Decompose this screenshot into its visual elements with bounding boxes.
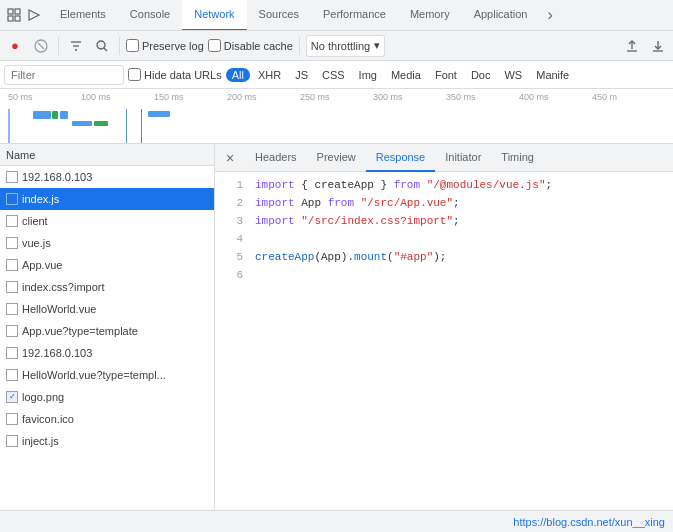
status-link[interactable]: https://blog.csdn.net/xun__xing	[513, 516, 665, 528]
file-item-1[interactable]: index.js	[0, 188, 214, 210]
marker-350: 350 ms	[446, 92, 519, 102]
file-item-10[interactable]: ✓ logo.png	[0, 386, 214, 408]
tab-application[interactable]: Application	[462, 0, 540, 31]
filter-tab-doc[interactable]: Doc	[465, 68, 497, 82]
file-checkbox-11	[6, 413, 18, 425]
svg-line-11	[104, 48, 107, 51]
tab-console[interactable]: Console	[118, 0, 182, 31]
tab-elements[interactable]: Elements	[48, 0, 118, 31]
file-checkbox-8	[6, 347, 18, 359]
file-item-5[interactable]: index.css?import	[0, 276, 214, 298]
file-checkbox-2	[6, 215, 18, 227]
timeline: 50 ms 100 ms 150 ms 200 ms 250 ms 300 ms…	[0, 89, 673, 144]
code-view: 1 import { createApp } from "/@modules/v…	[215, 172, 673, 510]
file-item-6[interactable]: HelloWorld.vue	[0, 298, 214, 320]
code-line-4: 4	[215, 230, 673, 248]
file-checkbox-12	[6, 435, 18, 447]
filter-tab-img[interactable]: Img	[353, 68, 383, 82]
filter-input[interactable]	[4, 65, 124, 85]
file-checkbox-6	[6, 303, 18, 315]
preserve-log-checkbox[interactable]: Preserve log	[126, 39, 204, 52]
disable-cache-checkbox[interactable]: Disable cache	[208, 39, 293, 52]
tab-sources[interactable]: Sources	[247, 0, 311, 31]
timeline-vline-red	[141, 109, 142, 144]
file-checkbox-9	[6, 369, 18, 381]
detail-tab-timing[interactable]: Timing	[491, 144, 544, 172]
file-checkbox-7	[6, 325, 18, 337]
code-line-3: 3 import "/src/index.css?import";	[215, 212, 673, 230]
record-button[interactable]: ●	[4, 35, 26, 57]
upload-button[interactable]	[621, 35, 643, 57]
hide-data-urls-checkbox[interactable]: Hide data URLs	[128, 68, 222, 81]
svg-point-10	[97, 41, 105, 49]
filter-type-tabs: All XHR JS CSS Img Media Font Doc WS Man…	[226, 68, 576, 82]
filter-tab-all[interactable]: All	[226, 68, 250, 82]
file-item-4[interactable]: App.vue	[0, 254, 214, 276]
timeline-bar-green-2	[94, 121, 108, 126]
filter-tab-xhr[interactable]: XHR	[252, 68, 287, 82]
timeline-content	[8, 109, 673, 144]
sep1	[58, 37, 59, 55]
file-checkbox-10: ✓	[6, 391, 18, 403]
file-checkbox-4	[6, 259, 18, 271]
tab-memory[interactable]: Memory	[398, 0, 462, 31]
code-line-1: 1 import { createApp } from "/@modules/v…	[215, 176, 673, 194]
svg-rect-2	[8, 16, 13, 21]
detail-tab-headers[interactable]: Headers	[245, 144, 307, 172]
file-item-9[interactable]: HelloWorld.vue?type=templ...	[0, 364, 214, 386]
timeline-bar-blue-2	[60, 111, 68, 119]
file-item-2[interactable]: client	[0, 210, 214, 232]
tab-performance[interactable]: Performance	[311, 0, 398, 31]
file-checkbox-3	[6, 237, 18, 249]
filter-bar: Hide data URLs All XHR JS CSS Img Media …	[0, 61, 673, 89]
file-item-12[interactable]: inject.js	[0, 430, 214, 452]
filter-tab-ws[interactable]: WS	[498, 68, 528, 82]
code-line-6: 6	[215, 266, 673, 284]
sep3	[299, 37, 300, 55]
svg-marker-4	[29, 10, 39, 20]
file-item-7[interactable]: App.vue?type=template	[0, 320, 214, 342]
detail-tab-response[interactable]: Response	[366, 144, 436, 172]
svg-rect-3	[15, 16, 20, 21]
code-line-5: 5 createApp(App).mount("#app");	[215, 248, 673, 266]
detail-panel: × Headers Preview Response Initiator Tim…	[215, 144, 673, 510]
filter-tab-css[interactable]: CSS	[316, 68, 351, 82]
filter-tab-font[interactable]: Font	[429, 68, 463, 82]
main-content: Name 192.168.0.103 index.js client vue.j…	[0, 144, 673, 510]
filter-button[interactable]	[65, 35, 87, 57]
tab-bar: Elements Console Network Sources Perform…	[0, 0, 673, 31]
marker-200: 200 ms	[227, 92, 300, 102]
code-line-2: 2 import App from "/src/App.vue";	[215, 194, 673, 212]
filter-tab-media[interactable]: Media	[385, 68, 427, 82]
detail-close-button[interactable]: ×	[219, 147, 241, 169]
filter-tab-manifest[interactable]: Manife	[530, 68, 575, 82]
timeline-bar-blue-3	[72, 121, 92, 126]
file-checkbox-0	[6, 171, 18, 183]
sep2	[119, 37, 120, 55]
detail-tab-preview[interactable]: Preview	[307, 144, 366, 172]
file-item-11[interactable]: favicon.ico	[0, 408, 214, 430]
download-button[interactable]	[647, 35, 669, 57]
file-item-8[interactable]: 192.168.0.103	[0, 342, 214, 364]
file-item-0[interactable]: 192.168.0.103	[0, 166, 214, 188]
search-button[interactable]	[91, 35, 113, 57]
clear-button[interactable]	[30, 35, 52, 57]
network-toolbar: ● Preserve log Disable cache No throttli…	[0, 31, 673, 61]
marker-450: 450 m	[592, 92, 665, 102]
marker-300: 300 ms	[373, 92, 446, 102]
throttle-select[interactable]: No throttling ▾	[306, 35, 385, 57]
file-checkbox-1	[6, 193, 18, 205]
devtools-icon-1[interactable]	[6, 7, 22, 23]
svg-rect-0	[8, 9, 13, 14]
marker-150: 150 ms	[154, 92, 227, 102]
file-checkbox-5	[6, 281, 18, 293]
timeline-vline-start	[8, 109, 10, 144]
tab-more[interactable]: ›	[539, 0, 560, 31]
devtools-icon-2[interactable]	[26, 7, 42, 23]
file-list-header: Name	[0, 144, 214, 166]
filter-tab-js[interactable]: JS	[289, 68, 314, 82]
detail-tab-initiator[interactable]: Initiator	[435, 144, 491, 172]
marker-250: 250 ms	[300, 92, 373, 102]
tab-network[interactable]: Network	[182, 0, 246, 31]
file-item-3[interactable]: vue.js	[0, 232, 214, 254]
